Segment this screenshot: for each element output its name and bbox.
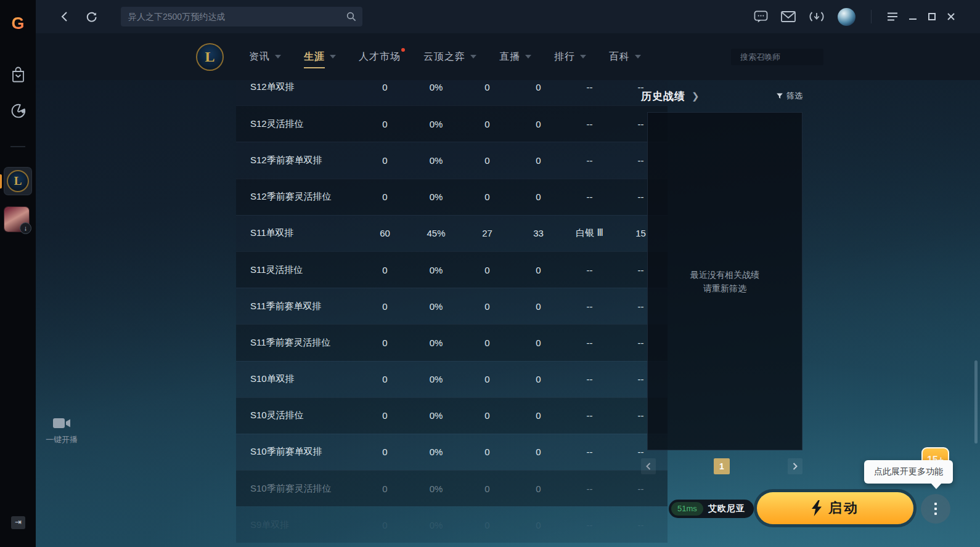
mail-icon[interactable] xyxy=(781,11,796,22)
cell-wins: 0 xyxy=(462,82,513,92)
cell-points: -- xyxy=(615,520,666,530)
cell-win_rate: 0% xyxy=(410,82,462,92)
sidebar-game-lol[interactable]: L xyxy=(4,168,31,195)
page-next-button[interactable] xyxy=(788,458,802,474)
cell-win_rate: 0% xyxy=(410,119,462,129)
cell-season: S11季前赛灵活排位 xyxy=(236,337,359,349)
cell-wins: 0 xyxy=(462,410,513,421)
cell-win_rate: 0% xyxy=(410,338,462,348)
table-row: S10单双排00%00---- xyxy=(236,361,668,397)
chevron-down-icon xyxy=(330,55,336,59)
more-functions-button[interactable] xyxy=(921,494,950,524)
tab-1[interactable]: 资讯 xyxy=(249,51,281,63)
summoner-search[interactable] xyxy=(731,49,823,65)
funnel-icon xyxy=(776,92,783,100)
game-library-icon[interactable] xyxy=(0,103,36,120)
cell-season: S11单双排 xyxy=(236,227,359,239)
tab-label: 资讯 xyxy=(249,51,270,63)
refresh-button[interactable] xyxy=(81,0,101,33)
cell-losses: 0 xyxy=(513,82,564,92)
sidebar-expand-button[interactable]: ⇥ xyxy=(11,516,25,529)
tab-6[interactable]: 排行 xyxy=(554,51,586,63)
history-empty-state: 最近没有相关战绩 请重新筛选 xyxy=(648,268,802,295)
tab-5[interactable]: 直播 xyxy=(499,51,531,63)
cell-tier: -- xyxy=(564,155,615,166)
tab-label: 直播 xyxy=(499,51,520,63)
minimize-button[interactable] xyxy=(909,12,917,21)
window-controls xyxy=(887,12,955,21)
store-icon[interactable] xyxy=(0,67,36,83)
tab-7[interactable]: 百科 xyxy=(609,51,641,63)
page-prev-button[interactable] xyxy=(641,458,656,474)
lightning-icon xyxy=(811,500,822,516)
cell-season: S10季前赛单双排 xyxy=(236,446,359,458)
titlebar xyxy=(36,0,980,33)
dot xyxy=(934,513,937,515)
wegame-logo[interactable]: G xyxy=(0,11,36,36)
chevron-down-icon xyxy=(580,55,586,59)
global-search-input[interactable] xyxy=(121,7,346,26)
table-row: S12季前赛灵活排位00%00---- xyxy=(236,179,668,215)
table-row: S11单双排6045%2733白银 Ⅲ15 xyxy=(236,215,668,251)
cell-tier: -- xyxy=(564,338,615,348)
vertical-scrollbar[interactable] xyxy=(974,360,978,444)
cell-tier: -- xyxy=(564,301,615,312)
tab-label: 百科 xyxy=(609,51,630,63)
server-ping-pill[interactable]: 51ms 艾欧尼亚 xyxy=(669,500,754,518)
career-page: S12单双排00%00----S12灵活排位00%00----S12季前赛单双排… xyxy=(36,33,980,547)
cell-wins: 0 xyxy=(462,301,513,312)
lol-logo: L xyxy=(196,43,224,71)
empty-line-1: 最近没有相关战绩 xyxy=(648,268,802,282)
dot xyxy=(934,508,937,510)
launch-button[interactable]: 启动 xyxy=(757,492,913,524)
tab-4[interactable]: 云顶之弈 xyxy=(423,51,476,63)
cell-win_rate: 45% xyxy=(410,228,462,238)
maximize-button[interactable] xyxy=(928,12,936,21)
page-number-button[interactable]: 1 xyxy=(714,458,730,474)
cell-games: 0 xyxy=(359,520,410,530)
cell-tier: -- xyxy=(564,265,615,275)
user-avatar[interactable] xyxy=(838,8,855,26)
cell-games: 0 xyxy=(359,119,410,129)
chevron-right-icon[interactable]: ❯ xyxy=(692,91,700,102)
back-button[interactable] xyxy=(54,0,74,33)
cell-win_rate: 0% xyxy=(410,192,462,202)
cell-win_rate: 0% xyxy=(410,155,462,166)
tab-label: 云顶之弈 xyxy=(423,51,465,63)
global-search[interactable] xyxy=(121,7,362,26)
cell-games: 60 xyxy=(359,228,410,238)
chevron-right-icon xyxy=(792,463,798,470)
sidebar-game-2[interactable]: ↓ xyxy=(4,207,29,232)
chevron-down-icon xyxy=(470,55,476,59)
cell-season: S9单双排 xyxy=(236,519,359,531)
tab-2[interactable]: 生涯 xyxy=(304,51,336,63)
cell-losses: 0 xyxy=(513,155,564,166)
summoner-search-input[interactable] xyxy=(740,52,849,62)
tab-label: 生涯 xyxy=(304,51,325,68)
chat-icon[interactable] xyxy=(754,10,768,23)
cell-season: S12季前赛灵活排位 xyxy=(236,191,359,203)
cell-games: 0 xyxy=(359,338,410,348)
divider xyxy=(10,146,25,147)
cell-games: 0 xyxy=(359,82,410,92)
one-click-stream-button[interactable]: 一键开播 xyxy=(43,416,80,445)
cell-tier: -- xyxy=(564,520,615,530)
cell-season: S12单双排 xyxy=(236,81,359,93)
cell-wins: 0 xyxy=(462,265,513,275)
cell-games: 0 xyxy=(359,192,410,202)
cell-losses: 0 xyxy=(513,301,564,312)
download-manager-icon[interactable] xyxy=(809,10,825,23)
filter-button[interactable]: 筛选 xyxy=(776,91,802,102)
table-row: S10季前赛单双排00%00---- xyxy=(236,434,668,470)
game-nav-tabs: 资讯生涯人才市场云顶之弈直播排行百科 xyxy=(249,33,641,80)
main-menu-icon[interactable] xyxy=(887,12,898,21)
cell-tier: -- xyxy=(564,119,615,129)
search-icon[interactable] xyxy=(346,12,356,22)
tab-label: 人才市场 xyxy=(359,51,401,63)
close-button[interactable] xyxy=(947,12,955,21)
cell-games: 0 xyxy=(359,265,410,275)
cell-losses: 0 xyxy=(513,520,564,530)
tab-3[interactable]: 人才市场 xyxy=(359,51,401,63)
cell-win_rate: 0% xyxy=(410,520,462,530)
launch-label: 启动 xyxy=(828,499,859,517)
